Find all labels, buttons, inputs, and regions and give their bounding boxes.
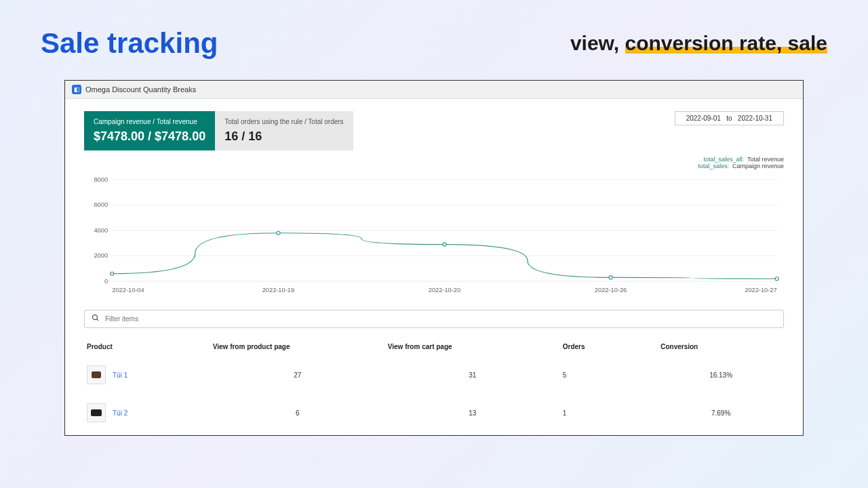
search-icon xyxy=(92,314,100,324)
orders-value: 16 / 16 xyxy=(224,129,343,144)
cell-view-cart: 13 xyxy=(385,394,560,432)
svg-point-15 xyxy=(111,272,114,275)
table-row: Túi 1 27 31 5 16.13% xyxy=(84,356,784,394)
svg-text:2000: 2000 xyxy=(94,253,108,260)
svg-point-16 xyxy=(277,231,280,235)
app-icon: ◧ xyxy=(72,85,81,94)
chart-legend: total_sales_all: Total revenue total_sal… xyxy=(84,156,784,169)
svg-text:0: 0 xyxy=(104,278,108,285)
svg-point-20 xyxy=(93,315,98,320)
app-window: ◧ Omega Discount Quantity Breaks Campaig… xyxy=(64,80,804,436)
svg-point-17 xyxy=(443,243,446,246)
app-name: Omega Discount Quantity Breaks xyxy=(85,85,196,94)
svg-text:8000: 8000 xyxy=(94,176,108,183)
svg-text:6000: 6000 xyxy=(94,202,108,209)
cell-orders: 1 xyxy=(560,394,658,432)
cell-orders: 5 xyxy=(560,356,658,394)
svg-text:4000: 4000 xyxy=(94,227,108,234)
page-subtitle: view, conversion rate, sale xyxy=(570,32,827,55)
svg-point-19 xyxy=(775,277,778,281)
revenue-chart: 020004000600080002022-10-042022-10-19202… xyxy=(84,176,784,295)
table-row: Túi 2 6 13 1 7.69% xyxy=(84,394,784,432)
cell-view-product: 27 xyxy=(210,356,385,394)
svg-text:2022-10-19: 2022-10-19 xyxy=(262,287,294,293)
product-link[interactable]: Túi 2 xyxy=(113,409,127,417)
col-conversion: Conversion xyxy=(658,338,784,356)
cell-conversion: 16.13% xyxy=(658,356,784,394)
date-range-picker[interactable]: 2022-09-01 to 2022-10-31 xyxy=(675,111,784,125)
col-orders: Orders xyxy=(560,338,658,356)
svg-text:2022-10-26: 2022-10-26 xyxy=(595,287,627,293)
svg-line-21 xyxy=(97,319,99,321)
page-title: Sale tracking xyxy=(41,27,218,60)
orders-label: Total orders using the rule / Total orde… xyxy=(224,118,343,125)
products-table: Product View from product page View from… xyxy=(84,338,784,432)
svg-point-18 xyxy=(609,276,612,279)
cell-view-product: 6 xyxy=(210,394,385,432)
product-thumb xyxy=(87,365,106,384)
cell-conversion: 7.69% xyxy=(658,394,784,432)
cell-view-cart: 31 xyxy=(385,356,560,394)
revenue-card: Campaign revenue / Total revenue $7478.0… xyxy=(84,111,215,150)
col-product: Product xyxy=(84,338,210,356)
revenue-label: Campaign revenue / Total revenue xyxy=(94,118,205,125)
product-thumb xyxy=(87,403,106,422)
app-titlebar: ◧ Omega Discount Quantity Breaks xyxy=(65,81,803,99)
svg-text:2022-10-27: 2022-10-27 xyxy=(745,287,776,293)
svg-text:2022-10-04: 2022-10-04 xyxy=(112,287,144,293)
revenue-value: $7478.00 / $7478.00 xyxy=(94,129,205,144)
filter-input[interactable] xyxy=(105,315,776,323)
col-view-product: View from product page xyxy=(210,338,385,356)
svg-text:2022-10-20: 2022-10-20 xyxy=(429,287,460,293)
product-link[interactable]: Túi 1 xyxy=(113,371,127,379)
col-view-cart: View from cart page xyxy=(385,338,560,356)
orders-card: Total orders using the rule / Total orde… xyxy=(215,111,353,150)
filter-search[interactable] xyxy=(84,310,784,328)
